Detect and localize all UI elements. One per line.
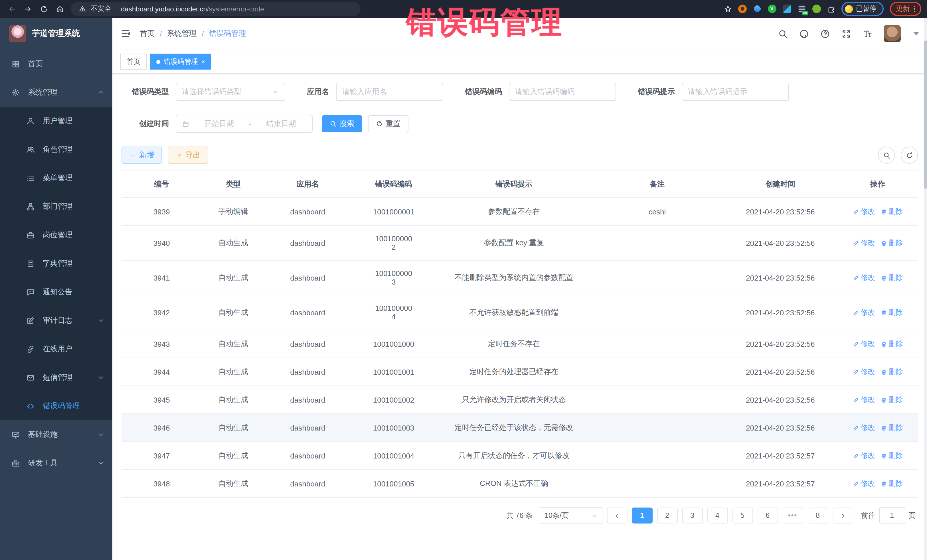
delete-link[interactable]: 删除 <box>880 367 903 377</box>
scrollbar-thumb[interactable] <box>924 41 927 189</box>
add-button[interactable]: 新增 <box>122 147 162 164</box>
page-button-8[interactable]: 8 <box>807 508 828 524</box>
delete-link[interactable]: 删除 <box>880 451 903 460</box>
delete-link[interactable]: 删除 <box>880 479 903 489</box>
page-number-list: 123456•••8 <box>632 508 828 524</box>
page-button-3[interactable]: 3 <box>682 508 702 524</box>
page-button-1[interactable]: 1 <box>632 508 652 524</box>
sidebar-item-用户管理[interactable]: 用户管理 <box>0 107 112 135</box>
docs-help-icon[interactable] <box>820 29 830 38</box>
tab-home[interactable]: 首页 <box>120 54 147 70</box>
extensions-puzzle-icon[interactable] <box>827 5 835 13</box>
github-icon[interactable] <box>799 29 809 38</box>
breadcrumb-separator: / <box>160 29 162 38</box>
cell-app: dashboard <box>265 386 351 414</box>
edit-link[interactable]: 修改 <box>853 273 875 282</box>
extension-icon-orange[interactable] <box>738 5 746 13</box>
sidebar-logo[interactable]: 芋道管理系统 <box>0 18 112 50</box>
extension-icon-gem[interactable] <box>752 4 761 13</box>
breadcrumb-home[interactable]: 首页 <box>140 29 155 39</box>
sidebar-item-部门管理[interactable]: 部门管理 <box>0 192 112 221</box>
delete-link[interactable]: 删除 <box>880 395 903 405</box>
browser-home-icon[interactable] <box>56 5 64 13</box>
edit-link[interactable]: 修改 <box>853 339 875 349</box>
page-button-4[interactable]: 4 <box>707 508 728 524</box>
header-search-icon[interactable] <box>778 29 788 38</box>
delete-link[interactable]: 删除 <box>880 207 903 216</box>
chrome-update-button[interactable]: 更新 <box>890 2 921 16</box>
tab-paused-badge[interactable]: 已暂停 <box>841 2 883 16</box>
address-bar[interactable]: 不安全 dashboard.yudao.iocoder.cn/system/er… <box>71 2 360 16</box>
font-size-icon[interactable] <box>863 29 872 38</box>
delete-link-label: 删除 <box>889 238 903 248</box>
cell-type: 自动生成 <box>202 330 265 358</box>
edit-link[interactable]: 修改 <box>853 238 875 248</box>
edit-link[interactable]: 修改 <box>853 423 875 433</box>
sidebar-collapse-icon[interactable] <box>120 29 131 39</box>
edit-link[interactable]: 修改 <box>853 367 875 377</box>
error-msg-input[interactable]: 请输入错误码提示 <box>682 83 789 101</box>
browser-forward-icon[interactable] <box>24 5 32 13</box>
sidebar-item-研发工具[interactable]: 研发工具 <box>0 449 112 477</box>
pencil-icon <box>853 275 859 281</box>
sidebar-item-角色管理[interactable]: 角色管理 <box>0 135 112 164</box>
delete-link[interactable]: 删除 <box>880 238 903 248</box>
next-page-button[interactable] <box>833 508 853 524</box>
sidebar-item-通知公告[interactable]: 通知公告 <box>0 278 112 306</box>
sidebar-item-label: 部门管理 <box>43 201 104 212</box>
prev-page-button[interactable] <box>607 508 627 524</box>
error-code-input[interactable]: 请输入错误码编码 <box>509 83 616 101</box>
sidebar-item-审计日志[interactable]: 审计日志 <box>0 306 112 335</box>
sidebar-item-系统管理[interactable]: 系统管理 <box>0 78 112 107</box>
bookmark-star-icon[interactable] <box>723 5 732 13</box>
page-size-select[interactable]: 10条/页 <box>539 507 602 524</box>
edit-link[interactable]: 修改 <box>853 395 875 405</box>
app-name-input[interactable]: 请输入应用名 <box>336 83 443 101</box>
delete-link[interactable]: 删除 <box>880 308 903 317</box>
sidebar-item-岗位管理[interactable]: 岗位管理 <box>0 221 112 249</box>
sidebar-item-基础设施[interactable]: 基础设施 <box>0 420 112 449</box>
page-button-6[interactable]: 6 <box>757 508 778 524</box>
edit-link[interactable]: 修改 <box>853 451 875 460</box>
tab-close-icon[interactable]: × <box>201 58 205 65</box>
search-button[interactable]: 搜索 <box>322 115 362 132</box>
sidebar-item-在线用户[interactable]: 在线用户 <box>0 335 112 363</box>
reset-button[interactable]: 重置 <box>368 115 409 132</box>
show-search-toggle-button[interactable] <box>878 147 895 164</box>
pencil-icon <box>853 369 859 375</box>
edit-link[interactable]: 修改 <box>853 479 875 489</box>
browser-reload-icon[interactable] <box>40 5 48 13</box>
extension-icon-key[interactable] <box>812 5 821 13</box>
user-menu-caret-icon[interactable] <box>913 32 919 35</box>
sidebar-item-错误码管理[interactable]: 错误码管理 <box>0 392 112 420</box>
tab-error-code[interactable]: 错误码管理 × <box>150 54 211 70</box>
user-avatar[interactable] <box>884 25 901 42</box>
browser-menu-icon[interactable] <box>913 6 915 12</box>
cell-type: 自动生成 <box>202 442 265 470</box>
sidebar-item-菜单管理[interactable]: 菜单管理 <box>0 164 112 192</box>
extension-icon-tabs[interactable]: on <box>797 5 806 13</box>
search-button-label: 搜索 <box>339 118 354 129</box>
delete-link[interactable]: 删除 <box>880 339 903 349</box>
breadcrumb-section[interactable]: 系统管理 <box>167 29 196 39</box>
extension-icon-grid[interactable] <box>783 5 791 13</box>
goto-page-input[interactable] <box>879 507 905 524</box>
delete-link[interactable]: 删除 <box>880 273 903 282</box>
page-button-2[interactable]: 2 <box>657 508 678 524</box>
browser-toolbar-right: V on 已暂停 更新 <box>723 2 927 16</box>
fullscreen-icon[interactable] <box>842 29 851 38</box>
edit-link[interactable]: 修改 <box>853 207 875 216</box>
page-scrollbar[interactable] <box>924 18 927 560</box>
export-button[interactable]: 导出 <box>168 147 208 164</box>
refresh-table-button[interactable] <box>901 147 918 164</box>
delete-link[interactable]: 删除 <box>880 423 903 433</box>
date-range-picker[interactable]: 开始日期 - 结束日期 <box>176 115 313 133</box>
edit-link[interactable]: 修改 <box>853 308 875 317</box>
extension-icon-vue-devtools[interactable]: V <box>767 5 776 13</box>
sidebar-item-首页[interactable]: 首页 <box>0 50 112 78</box>
page-button-5[interactable]: 5 <box>732 508 753 524</box>
sidebar-item-短信管理[interactable]: 短信管理 <box>0 363 112 392</box>
browser-back-icon[interactable] <box>8 5 16 13</box>
sidebar-item-字典管理[interactable]: 字典管理 <box>0 249 112 278</box>
error-type-select[interactable]: 请选择错误码类型 <box>176 83 285 101</box>
